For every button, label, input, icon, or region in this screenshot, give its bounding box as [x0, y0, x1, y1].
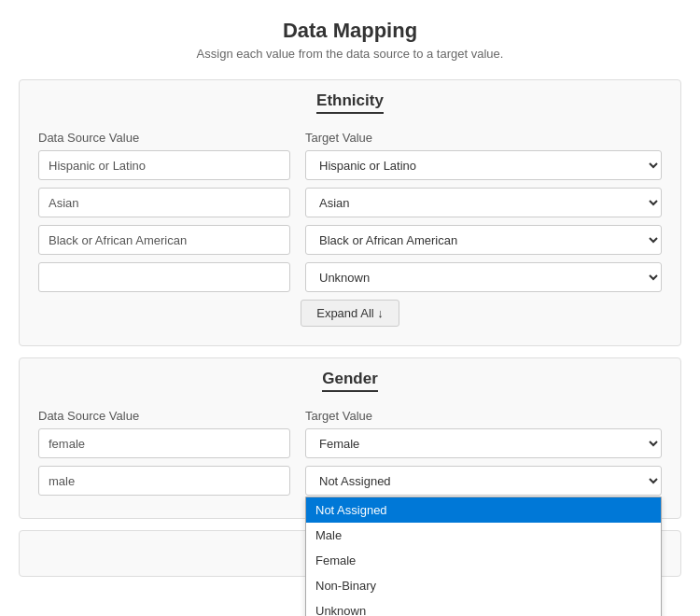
gender-header: Gender — [20, 358, 680, 399]
source-input-1[interactable] — [38, 150, 290, 180]
ethnicity-col-labels: Data Source Value Target Value — [38, 131, 662, 145]
gender-source-input-2[interactable] — [38, 466, 290, 496]
ethnicity-section: Ethnicity Data Source Value Target Value… — [19, 79, 681, 346]
dropdown-option-unknown[interactable]: Unknown — [306, 598, 661, 616]
gender-body: Data Source Value Target Value Not Assig… — [20, 399, 680, 518]
dropdown-option-female[interactable]: Female — [306, 548, 661, 573]
dropdown-option-male[interactable]: Male — [306, 523, 661, 548]
source-input-2[interactable] — [38, 188, 290, 217]
dropdown-option-not-assigned[interactable]: Not Assigned — [306, 497, 661, 523]
ethnicity-title: Ethnicity — [316, 91, 384, 114]
table-row: Not Assigned Male Female Non-Binary Unkn… — [38, 428, 662, 458]
ethnicity-header: Ethnicity — [20, 80, 680, 121]
table-row: Hispanic or Latino Asian Black or Africa… — [38, 188, 662, 217]
gender-col-labels: Data Source Value Target Value — [38, 409, 662, 423]
table-row: Hispanic or Latino Asian Black or Africa… — [38, 225, 662, 255]
gender-dropdown-open: Not Assigned Male Female Non-Binary Unkn… — [305, 466, 662, 496]
dropdown-option-nonbinary[interactable]: Non-Binary — [306, 573, 661, 598]
source-input-3[interactable] — [38, 225, 290, 255]
table-row: Hispanic or Latino Asian Black or Africa… — [38, 262, 662, 292]
gender-target-select-2[interactable]: Not Assigned Male Female Non-Binary Unkn… — [305, 466, 662, 496]
table-row: Hispanic or Latino Asian Black or Africa… — [38, 150, 662, 180]
page-header: Data Mapping Assign each value from the … — [0, 0, 700, 68]
ethnicity-source-label: Data Source Value — [38, 131, 290, 145]
page-subtitle: Assign each value from the data source t… — [0, 47, 700, 61]
gender-target-label: Target Value — [305, 409, 662, 423]
target-select-3[interactable]: Hispanic or Latino Asian Black or Africa… — [305, 225, 662, 255]
gender-dropdown-list: Not Assigned Male Female Non-Binary Unkn… — [305, 497, 662, 616]
source-input-4[interactable] — [38, 262, 290, 292]
page-title: Data Mapping — [0, 19, 700, 43]
expand-all-button[interactable]: Expand All ↓ — [301, 300, 399, 327]
gender-source-input-1[interactable] — [38, 428, 290, 458]
gender-target-select-1[interactable]: Not Assigned Male Female Non-Binary Unkn… — [305, 428, 662, 458]
gender-source-label: Data Source Value — [38, 409, 290, 423]
target-select-1[interactable]: Hispanic or Latino Asian Black or Africa… — [305, 150, 662, 180]
ethnicity-target-label: Target Value — [305, 131, 662, 145]
gender-title: Gender — [322, 370, 378, 392]
target-select-2[interactable]: Hispanic or Latino Asian Black or Africa… — [305, 188, 662, 217]
table-row: Not Assigned Male Female Non-Binary Unkn… — [38, 466, 662, 496]
ethnicity-body: Data Source Value Target Value Hispanic … — [20, 121, 680, 345]
gender-section: Gender Data Source Value Target Value No… — [19, 357, 681, 519]
target-select-4[interactable]: Hispanic or Latino Asian Black or Africa… — [305, 262, 662, 292]
